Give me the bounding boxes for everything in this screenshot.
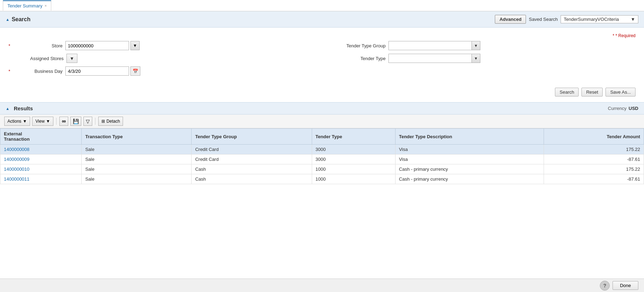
external-transaction-link[interactable]: 1400000009 <box>4 157 29 162</box>
table-row: 1400000010 Sale Cash 1000 Cash - primary… <box>0 164 644 174</box>
currency-value: USD <box>629 106 638 111</box>
table-container: ExternalTransaction Transaction Type Ten… <box>0 128 644 184</box>
business-day-input[interactable] <box>65 66 129 76</box>
tender-type-group-row: Tender Type Group ▼ <box>329 41 636 50</box>
tender-type-label: Tender Type <box>329 56 386 61</box>
external-transaction-link[interactable]: 1400000010 <box>4 167 29 172</box>
col-tender-type: Tender Type <box>312 129 395 145</box>
cell-tender-type-description: Visa <box>395 145 544 154</box>
results-section: ▲ Results Currency USD Actions ▼ View ▼ … <box>0 102 644 184</box>
business-day-row: * Business Day 📅 <box>8 66 315 76</box>
actions-dropdown-arrow: ▼ <box>23 119 27 124</box>
business-day-control: 📅 <box>65 66 140 76</box>
saved-search-dropdown-arrow: ▼ <box>631 17 635 22</box>
cell-transaction-type: Sale <box>82 164 192 174</box>
currency-label: Currency <box>608 106 627 111</box>
tender-type-arrow[interactable]: ▼ <box>472 54 480 63</box>
results-title: Results <box>14 105 33 111</box>
saved-search-dropdown[interactable]: TenderSummaryVOCriteria ▼ <box>561 15 638 23</box>
cell-tender-type: 1000 <box>312 164 395 174</box>
cell-tender-type-group: Cash <box>192 174 312 184</box>
store-control: ▼ <box>65 41 140 50</box>
assigned-stores-arrow: ▼ <box>70 56 74 61</box>
form-grid: * Store ▼ Assigned Stores ▼ <box>8 41 636 79</box>
filter-button[interactable]: ▽ <box>83 117 92 126</box>
cell-transaction-type: Sale <box>82 154 192 164</box>
col-transaction-type: Transaction Type <box>82 129 192 145</box>
cell-tender-amount: -87.61 <box>544 174 644 184</box>
cell-tender-type-group: Credit Card <box>192 154 312 164</box>
col-external-transaction: ExternalTransaction <box>0 129 82 145</box>
store-required-star: * <box>8 43 10 48</box>
toolbar-separator-1 <box>56 118 57 125</box>
store-dropdown-button[interactable]: ▼ <box>130 41 140 50</box>
tender-type-group-dropdown[interactable]: ▼ <box>388 41 480 50</box>
assigned-stores-dropdown[interactable]: ▼ <box>66 54 77 63</box>
tender-type-select[interactable] <box>389 55 472 62</box>
form-left-col: * Store ▼ Assigned Stores ▼ <box>8 41 315 79</box>
tender-type-group-label: Tender Type Group <box>329 43 386 48</box>
cell-tender-type-group: Credit Card <box>192 145 312 154</box>
tender-summary-tab[interactable]: Tender Summary × <box>3 0 51 11</box>
tender-type-group-select[interactable] <box>389 42 472 49</box>
search-actions: Search Reset Save As... <box>0 85 644 102</box>
cell-tender-amount: 175.22 <box>544 164 644 174</box>
tab-label: Tender Summary <box>7 3 42 8</box>
toolbar-separator-2 <box>95 118 95 125</box>
table-header-row: ExternalTransaction Transaction Type Ten… <box>0 129 644 145</box>
tender-type-group-control: ▼ <box>388 41 480 50</box>
external-transaction-link[interactable]: 1400000008 <box>4 147 29 152</box>
cell-tender-type: 3000 <box>312 154 395 164</box>
cell-external-transaction: 1400000010 <box>0 164 82 174</box>
store-label: Store <box>13 43 63 48</box>
save-button[interactable]: 💾 <box>70 117 81 126</box>
col-tender-type-description: Tender Type Description <box>395 129 544 145</box>
cell-tender-type: 1000 <box>312 174 395 184</box>
cell-tender-amount: 175.22 <box>544 145 644 154</box>
view-dropdown-arrow: ▼ <box>46 119 50 124</box>
external-transaction-link[interactable]: 1400000011 <box>4 176 29 182</box>
cell-tender-type-group: Cash <box>192 164 312 174</box>
cell-tender-type-description: Cash - primary currency <box>395 164 544 174</box>
detach-button[interactable]: ⊞ Detach <box>98 117 123 126</box>
search-section-title: Search <box>12 16 30 23</box>
save-icon: 💾 <box>73 118 79 124</box>
tender-type-control: ▼ <box>388 54 480 63</box>
tender-type-row: Tender Type ▼ <box>329 54 636 63</box>
view-label: View <box>35 119 45 124</box>
advanced-button[interactable]: Advanced <box>495 15 526 24</box>
help-button[interactable]: ? <box>600 281 610 291</box>
done-button[interactable]: Done <box>613 281 638 290</box>
cell-external-transaction: 1400000009 <box>0 154 82 164</box>
saved-search-value: TenderSummaryVOCriteria <box>564 17 619 22</box>
business-day-required-star: * <box>8 69 10 74</box>
col-tender-type-group: Tender Type Group <box>192 129 312 145</box>
store-input[interactable] <box>65 41 129 50</box>
detach-icon: ⊞ <box>101 119 105 124</box>
actions-button[interactable]: Actions ▼ <box>4 117 30 126</box>
tab-close-icon[interactable]: × <box>45 4 47 8</box>
saved-search-label: Saved Search <box>529 17 558 22</box>
table-body: 1400000008 Sale Credit Card 3000 Visa 17… <box>0 145 644 184</box>
calendar-button[interactable]: 📅 <box>130 66 140 76</box>
save-as-button[interactable]: Save As... <box>605 88 636 97</box>
search-button[interactable]: Search <box>555 88 579 97</box>
main-content: ▲ Search Advanced Saved Search TenderSum… <box>0 11 644 279</box>
link-button[interactable]: ∞ <box>59 117 68 126</box>
tender-type-dropdown[interactable]: ▼ <box>388 54 480 63</box>
tab-bar: Tender Summary × <box>0 0 644 11</box>
filter-icon: ▽ <box>86 118 90 124</box>
table-row: 1400000011 Sale Cash 1000 Cash - primary… <box>0 174 644 184</box>
search-section-header: ▲ Search Advanced Saved Search TenderSum… <box>0 11 644 28</box>
cell-tender-type: 3000 <box>312 145 395 154</box>
results-toggle-icon[interactable]: ▲ <box>6 106 10 111</box>
cell-tender-type-description: Cash - primary currency <box>395 174 544 184</box>
business-day-label: Business Day <box>13 69 63 74</box>
assigned-stores-label: Assigned Stores <box>14 56 64 61</box>
cell-tender-type-description: Visa <box>395 154 544 164</box>
reset-button[interactable]: Reset <box>581 88 603 97</box>
detach-label: Detach <box>106 119 120 124</box>
tender-type-group-arrow[interactable]: ▼ <box>472 41 480 50</box>
search-toggle-icon[interactable]: ▲ <box>6 17 10 22</box>
view-button[interactable]: View ▼ <box>32 117 53 126</box>
